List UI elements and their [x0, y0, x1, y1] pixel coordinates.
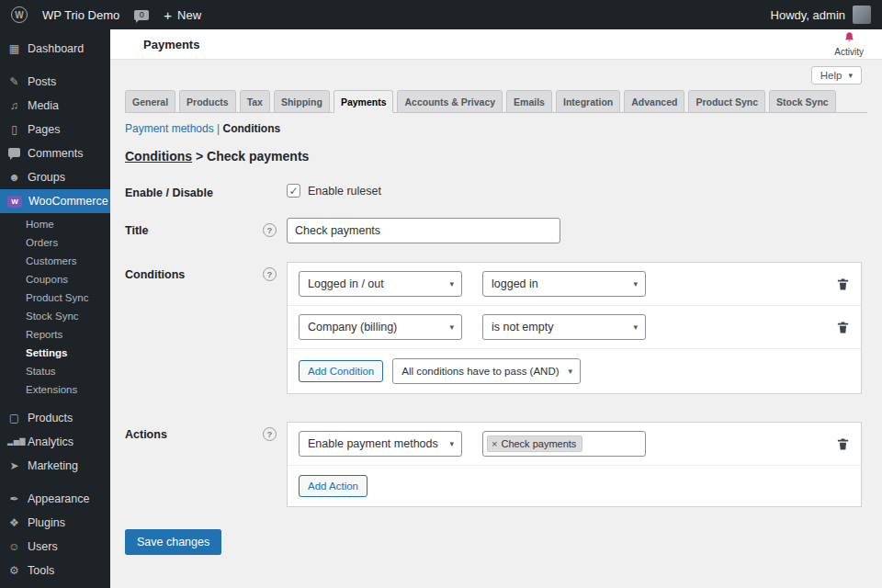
sidebar-item-users[interactable]: ☺ Users [0, 535, 110, 559]
payment-methods-multiselect[interactable]: × Check payments [482, 431, 646, 457]
sidebar-subitem-product-sync[interactable]: Product Sync [0, 288, 110, 307]
media-icon: ♫ [7, 100, 21, 111]
trash-icon[interactable] [836, 277, 850, 291]
marketing-icon: ➤ [7, 460, 21, 471]
comments-bubble-icon: 0 [134, 10, 149, 20]
save-row: Save changes [125, 535, 867, 548]
tab-stock-sync[interactable]: Stock Sync [769, 90, 836, 113]
sidebar-item-groups[interactable]: ☻ Groups [0, 165, 110, 189]
payments-subnav: Payment methods | Conditions [125, 122, 867, 135]
tab-advanced[interactable]: Advanced [624, 90, 684, 113]
remove-tag-icon[interactable]: × [492, 438, 497, 449]
enable-disable-label: Enable / Disable [125, 180, 263, 199]
condition-1-field-select[interactable]: Logged in / out ▾ [299, 271, 462, 297]
sidebar-subitem-customers[interactable]: Customers [0, 252, 110, 270]
condition-2-operator-select[interactable]: is not empty ▾ [482, 314, 646, 340]
title-row: Title ? [125, 218, 867, 243]
help-icon[interactable]: ? [263, 427, 277, 441]
actions-label: Actions [125, 422, 263, 441]
chevron-down-icon: ▾ [449, 280, 454, 288]
breadcrumb-current: Check payments [207, 149, 309, 164]
conditions-label: Conditions [125, 262, 263, 281]
sidebar-subitem-stock-sync[interactable]: Stock Sync [0, 307, 110, 325]
add-condition-button[interactable]: Add Condition [299, 360, 383, 382]
tab-products[interactable]: Products [179, 90, 236, 113]
tab-integration[interactable]: Integration [556, 90, 620, 113]
woocommerce-icon: W [7, 196, 22, 208]
comments-admin-bar-link[interactable]: 0 [134, 10, 149, 20]
sidebar-item-dashboard[interactable]: ▦ Dashboard [0, 37, 110, 61]
comments-icon [8, 148, 20, 157]
sidebar-item-tools[interactable]: ⚙ Tools [0, 559, 110, 582]
actions-panel: Enable payment methods ▾ × Check payment… [287, 422, 862, 507]
action-row-1: Enable payment methods ▾ × Check payment… [288, 423, 861, 466]
conditions-breadcrumb-link[interactable]: Conditions [125, 149, 192, 164]
activity-label: Activity [834, 47, 864, 57]
tools-icon: ⚙ [7, 565, 21, 576]
pages-icon: ▯ [7, 124, 21, 135]
condition-1-operator-select[interactable]: logged in ▾ [482, 271, 646, 297]
admin-bar: W WP Trio Demo 0 + New Howdy, admin [0, 0, 882, 29]
trash-icon[interactable] [836, 321, 850, 334]
conditions-footer: Add Condition All conditions have to pas… [288, 349, 861, 393]
sidebar-subitem-reports[interactable]: Reports [0, 325, 110, 344]
account-menu[interactable]: Howdy, admin [771, 6, 871, 24]
chevron-down-icon: ▾ [449, 323, 454, 332]
sidebar-subitem-home[interactable]: Home [0, 215, 110, 233]
sidebar-item-appearance[interactable]: ✒ Appearance [0, 487, 110, 511]
title-label: Title [125, 218, 263, 237]
sidebar-item-products[interactable]: ▢ Products [0, 406, 110, 430]
payment-methods-link[interactable]: Payment methods [125, 122, 214, 135]
tab-tax[interactable]: Tax [240, 90, 270, 113]
sidebar-subitem-settings[interactable]: Settings [0, 344, 110, 362]
groups-icon: ☻ [7, 172, 21, 183]
add-action-button[interactable]: Add Action [299, 475, 368, 497]
sidebar-item-posts[interactable]: ✎ Posts [0, 70, 110, 94]
subnav-separator: | [217, 122, 220, 135]
condition-2-field-select[interactable]: Company (billing) ▾ [299, 314, 462, 340]
sidebar-item-plugins[interactable]: ❖ Plugins [0, 511, 110, 535]
sidebar-item-analytics[interactable]: ▂▅▇ Analytics [0, 430, 110, 454]
tab-shipping[interactable]: Shipping [274, 90, 330, 113]
condition-row-1: Logged in / out ▾ logged in ▾ [288, 263, 861, 306]
tab-product-sync[interactable]: Product Sync [688, 90, 765, 113]
site-name-link[interactable]: WP Trio Demo [42, 8, 119, 22]
main-content: Payments Activity Help ▾ General Product… [110, 29, 882, 588]
breadcrumb: Conditions > Check payments [125, 149, 867, 164]
sidebar-subitem-status[interactable]: Status [0, 362, 110, 380]
sidebar-subitem-orders[interactable]: Orders [0, 233, 110, 252]
sidebar-item-comments[interactable]: Comments [0, 141, 110, 165]
tab-emails[interactable]: Emails [506, 90, 552, 113]
chevron-down-icon: ▾ [569, 368, 573, 376]
sidebar-item-marketing[interactable]: ➤ Marketing [0, 454, 110, 478]
title-input[interactable] [287, 218, 560, 243]
new-content-menu[interactable]: + New [164, 8, 201, 22]
tab-general[interactable]: General [125, 90, 175, 113]
woocommerce-submenu: Home Orders Customers Coupons Product Sy… [0, 213, 110, 406]
help-icon[interactable]: ? [263, 223, 277, 237]
conditions-logic-select[interactable]: All conditions have to pass (AND) ▾ [392, 358, 581, 384]
check-icon: ✓ [288, 186, 298, 197]
save-changes-button[interactable]: Save changes [125, 529, 221, 555]
wp-logo-menu[interactable]: W [11, 6, 28, 23]
sidebar-item-pages[interactable]: ▯ Pages [0, 118, 110, 141]
trash-icon[interactable] [836, 437, 850, 451]
posts-icon: ✎ [7, 76, 21, 87]
wordpress-logo-icon: W [11, 6, 28, 23]
sidebar-item-media[interactable]: ♫ Media [0, 94, 110, 118]
chevron-down-icon: ▾ [848, 72, 853, 80]
activity-button[interactable]: Activity [834, 31, 867, 57]
help-icon[interactable]: ? [263, 267, 277, 281]
sidebar-item-woocommerce[interactable]: W WooCommerce [0, 189, 110, 213]
tab-payments[interactable]: Payments [334, 90, 394, 113]
sidebar-subitem-extensions[interactable]: Extensions [0, 380, 110, 399]
chevron-down-icon: ▾ [449, 440, 454, 448]
enable-ruleset-checkbox[interactable]: ✓ [287, 184, 300, 198]
chevron-down-icon: ▾ [633, 323, 638, 332]
action-type-select[interactable]: Enable payment methods ▾ [299, 431, 462, 457]
admin-sidebar: ▦ Dashboard ✎ Posts ♫ Media ▯ Pages Comm… [0, 29, 110, 588]
tab-accounts-privacy[interactable]: Accounts & Privacy [397, 90, 503, 113]
help-button[interactable]: Help ▾ [811, 66, 862, 85]
sidebar-subitem-coupons[interactable]: Coupons [0, 270, 110, 288]
conditions-current: Conditions [223, 122, 281, 135]
